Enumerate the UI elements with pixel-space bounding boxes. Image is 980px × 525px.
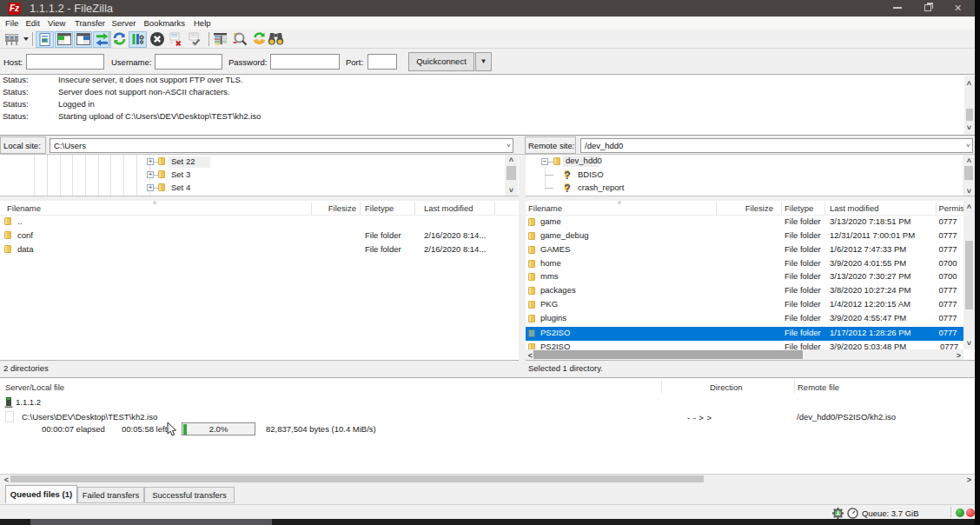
svg-text:A: A bbox=[836, 510, 840, 516]
